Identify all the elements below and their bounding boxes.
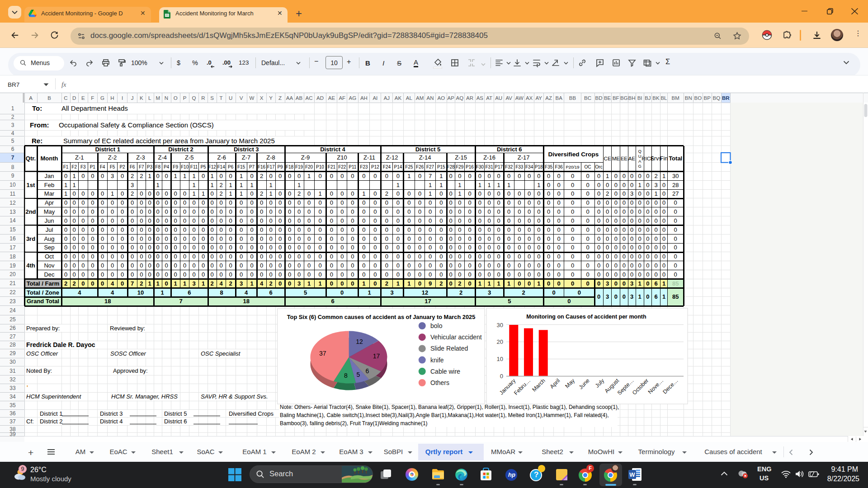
- svg-text:0: 0: [318, 226, 321, 233]
- svg-text:0: 0: [547, 190, 550, 197]
- svg-text:BN: BN: [685, 95, 692, 101]
- svg-text:BO: BO: [694, 95, 702, 101]
- svg-text:0: 0: [121, 280, 124, 287]
- svg-text:0: 0: [219, 217, 222, 224]
- svg-text:Z: Z: [278, 95, 282, 101]
- svg-text:0: 0: [250, 226, 253, 233]
- svg-text:0: 0: [606, 271, 609, 278]
- svg-text:AP: AP: [448, 95, 455, 101]
- svg-text:0: 0: [240, 271, 243, 278]
- svg-text:Cable wire: Cable wire: [430, 368, 460, 375]
- svg-text:0: 0: [140, 262, 143, 269]
- svg-text:0: 0: [156, 253, 160, 260]
- svg-text:0: 0: [497, 271, 500, 278]
- svg-text:0: 0: [111, 253, 114, 260]
- svg-text:0: 0: [537, 244, 540, 251]
- svg-text:0: 0: [518, 271, 521, 278]
- svg-text:Z-2: Z-2: [108, 154, 117, 161]
- svg-text:0: 0: [131, 226, 134, 233]
- svg-text:0: 0: [537, 253, 540, 260]
- svg-text:0: 0: [131, 199, 134, 206]
- svg-text:0: 0: [64, 262, 67, 269]
- svg-text:1: 1: [148, 173, 151, 179]
- svg-text:0: 0: [571, 190, 574, 197]
- svg-text:31: 31: [9, 368, 16, 374]
- svg-text:0: 0: [528, 271, 531, 278]
- svg-text:0: 0: [614, 226, 618, 233]
- svg-text:0: 0: [418, 235, 421, 242]
- svg-text:0: 0: [497, 235, 500, 242]
- svg-text:0: 0: [507, 271, 510, 278]
- svg-text:1: 1: [183, 280, 186, 287]
- svg-text:AF: AF: [339, 95, 345, 101]
- svg-text:33: 33: [9, 385, 16, 391]
- svg-text:0: 0: [278, 262, 282, 269]
- svg-text:F4: F4: [100, 164, 105, 169]
- svg-text:0: 0: [101, 208, 104, 215]
- svg-text:0: 0: [330, 190, 333, 197]
- svg-text:1: 1: [662, 173, 665, 179]
- svg-text:0: 0: [340, 253, 344, 260]
- svg-text:0: 0: [418, 262, 421, 269]
- svg-text:X: X: [260, 95, 264, 101]
- svg-text:F26: F26: [416, 164, 424, 169]
- svg-text:0: 0: [278, 235, 282, 242]
- svg-text:Qtr.: Qtr.: [26, 155, 36, 162]
- svg-text:0: 0: [547, 182, 550, 188]
- svg-text:0: 0: [307, 253, 311, 260]
- svg-text:0: 0: [340, 173, 344, 179]
- svg-text:2: 2: [11, 114, 14, 120]
- svg-text:0: 0: [73, 217, 76, 224]
- svg-text:0: 0: [429, 235, 432, 242]
- svg-text:0: 0: [351, 217, 354, 224]
- svg-text:7: 7: [11, 155, 14, 161]
- svg-text:From:: From:: [30, 121, 49, 129]
- svg-text:0: 0: [418, 244, 421, 251]
- svg-text:0: 0: [429, 217, 432, 224]
- svg-text:0: 0: [91, 262, 94, 269]
- svg-text:Jan: Jan: [45, 173, 54, 179]
- svg-text:0: 0: [351, 190, 354, 197]
- svg-text:0: 0: [557, 182, 561, 188]
- svg-text:L: L: [148, 95, 151, 101]
- svg-text:0: 0: [557, 271, 561, 278]
- svg-text:AC: AC: [306, 95, 313, 101]
- svg-text:0: 0: [418, 199, 421, 206]
- svg-text:29: 29: [9, 350, 16, 357]
- svg-text:18: 18: [9, 253, 16, 260]
- svg-text:0: 0: [623, 253, 626, 260]
- svg-text:BM: BM: [672, 95, 679, 101]
- svg-text:1: 1: [662, 280, 665, 287]
- svg-text:0: 0: [269, 271, 272, 278]
- svg-text:P4: P4: [164, 164, 170, 169]
- svg-text:': ': [27, 385, 28, 391]
- svg-text:0: 0: [537, 199, 540, 206]
- svg-text:Vehicular accident: Vehicular accident: [430, 333, 482, 341]
- svg-text:0: 0: [131, 208, 134, 215]
- svg-text:0: 0: [606, 217, 609, 224]
- svg-text:3: 3: [240, 280, 243, 287]
- svg-text:0: 0: [630, 253, 633, 260]
- svg-text:0: 0: [148, 217, 151, 224]
- svg-text:8: 8: [344, 372, 348, 379]
- svg-text:0: 0: [571, 235, 574, 242]
- svg-text:0: 0: [165, 271, 168, 278]
- svg-text:1: 1: [297, 182, 301, 188]
- svg-text:0: 0: [597, 253, 600, 260]
- svg-text:0: 0: [91, 271, 94, 278]
- svg-text:7: 7: [131, 280, 134, 287]
- svg-text:0: 0: [518, 173, 521, 179]
- svg-text:Z-8: Z-8: [266, 154, 275, 161]
- svg-text:0: 0: [340, 208, 344, 215]
- svg-text:0: 0: [507, 173, 510, 179]
- svg-text:16: 16: [9, 235, 16, 242]
- svg-text:0: 0: [330, 235, 333, 242]
- svg-text:0: 0: [638, 271, 641, 278]
- svg-text:0: 0: [165, 262, 168, 269]
- svg-text:0: 0: [418, 190, 421, 197]
- svg-text:W: W: [629, 471, 635, 478]
- svg-text:G: G: [638, 164, 641, 169]
- svg-text:F1: F1: [63, 164, 69, 169]
- svg-text:0: 0: [547, 280, 550, 287]
- svg-text:0: 0: [307, 271, 311, 278]
